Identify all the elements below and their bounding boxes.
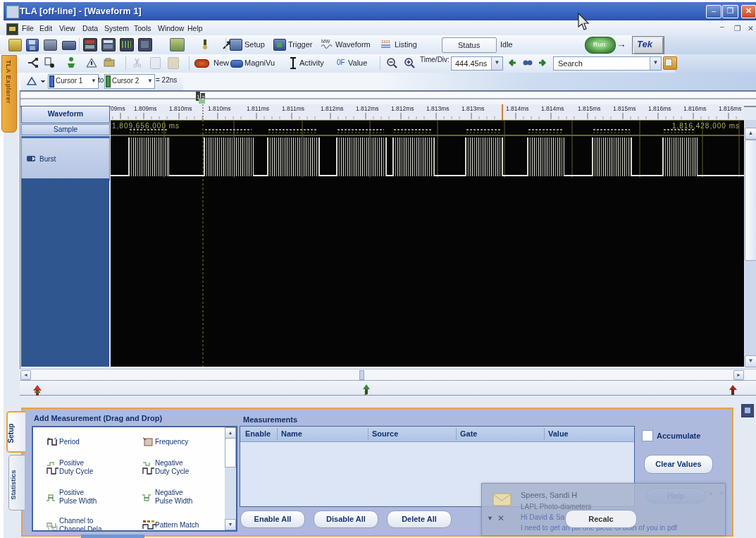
svg-text:1.816ms: 1.816ms <box>683 105 707 112</box>
svg-text:MW: MW <box>321 39 330 44</box>
svg-text:1.810ms: 1.810ms <box>169 105 192 112</box>
svg-text:1.814ms: 1.814ms <box>541 105 564 112</box>
svg-text:1.812ms: 1.812ms <box>391 105 414 112</box>
svg-text:1.811ms: 1.811ms <box>282 105 304 112</box>
svg-text:1.815ms: 1.815ms <box>613 105 636 112</box>
svg-text:1.813ms: 1.813ms <box>461 105 485 112</box>
svg-text:1101: 1101 <box>381 39 391 44</box>
svg-text:1.812ms: 1.812ms <box>356 105 379 112</box>
svg-text:1.814ms: 1.814ms <box>506 105 529 112</box>
svg-text:1.811ms: 1.811ms <box>247 105 269 112</box>
svg-text:1.809ms: 1.809ms <box>134 105 157 112</box>
svg-text:2: 2 <box>364 390 368 396</box>
svg-text:1.815ms: 1.815ms <box>578 105 601 112</box>
svg-text:1.816ms: 1.816ms <box>719 105 742 112</box>
svg-text:1,809,656,000 ms: 1,809,656,000 ms <box>112 122 180 130</box>
svg-text:1.812ms: 1.812ms <box>321 105 344 112</box>
svg-text:1.816ms: 1.816ms <box>648 105 671 112</box>
svg-text:2: 2 <box>202 94 205 101</box>
svg-text:1,816,428,000 ms: 1,816,428,000 ms <box>672 122 740 130</box>
svg-text:1.810ms: 1.810ms <box>208 105 231 112</box>
svg-text:09ms: 09ms <box>111 105 125 112</box>
svg-text:1.813ms: 1.813ms <box>426 105 450 112</box>
svg-text:1: 1 <box>197 94 200 100</box>
